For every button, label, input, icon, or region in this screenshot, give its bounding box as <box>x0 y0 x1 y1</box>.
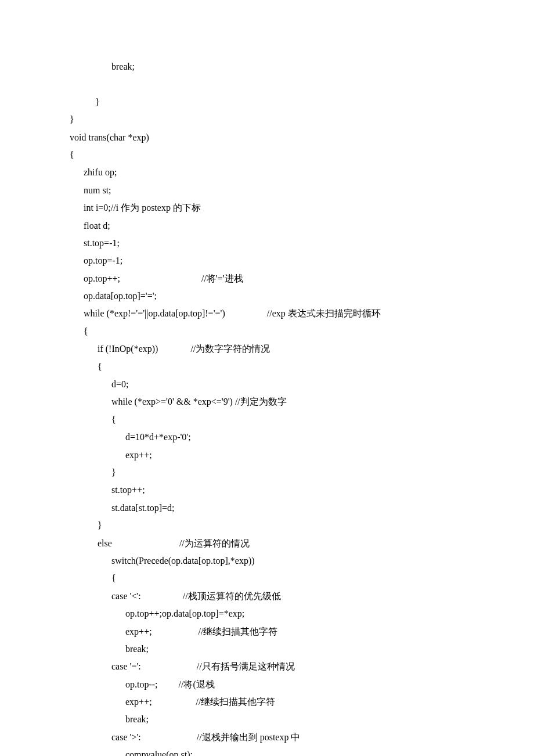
code-line: float d; <box>70 217 470 235</box>
code-line: num st; <box>70 182 470 199</box>
code-line: case '>': //退栈并输出到 postexp 中 <box>70 729 470 746</box>
code-line: op.data[op.top]='='; <box>70 287 470 305</box>
code-line: break; <box>70 640 470 658</box>
code-line: op.top++;op.data[op.top]=*exp; <box>70 605 470 622</box>
code-line: while (*exp>='0' && *exp<='9') //判定为数字 <box>70 393 470 411</box>
code-line: else //为运算符的情况 <box>70 535 470 552</box>
code-line: op.top=-1; <box>70 252 470 269</box>
code-line: exp++; //继续扫描其他字符 <box>70 693 470 711</box>
code-line: } <box>70 111 470 128</box>
code-line: d=0; <box>70 376 470 393</box>
code-line: { <box>70 358 470 376</box>
code-line <box>70 75 470 93</box>
code-line: { <box>70 146 470 164</box>
code-line: d=10*d+*exp-'0'; <box>70 429 470 446</box>
code-line: { <box>70 570 470 587</box>
code-line: st.top++; <box>70 481 470 499</box>
code-line: break; <box>70 711 470 728</box>
code-line: { <box>70 323 470 340</box>
code-line: } <box>70 517 470 534</box>
code-line: int i=0;//i 作为 postexp 的下标 <box>70 199 470 217</box>
code-line: while (*exp!='='||op.data[op.top]!='=') … <box>70 305 470 322</box>
code-line: exp++; <box>70 447 470 464</box>
code-line: compvalue(op,st); <box>70 746 470 756</box>
code-line: { <box>70 411 470 429</box>
code-line: exp++; //继续扫描其他字符 <box>70 623 470 640</box>
code-line: op.top--; //将(退栈 <box>70 676 470 693</box>
code-line: break; <box>70 58 470 75</box>
code-line: st.top=-1; <box>70 235 470 252</box>
code-line: } <box>70 93 470 111</box>
code-line: case '<': //栈顶运算符的优先级低 <box>70 588 470 605</box>
code-line: void trans(char *exp) <box>70 129 470 146</box>
code-line: } <box>70 464 470 481</box>
code-line: st.data[st.top]=d; <box>70 499 470 517</box>
code-line: if (!InOp(*exp)) //为数字字符的情况 <box>70 340 470 358</box>
code-block: break; }}void trans(char *exp){ zhifu op… <box>70 58 470 756</box>
code-line: op.top++; //将'='进栈 <box>70 270 470 287</box>
code-line: case '=': //只有括号满足这种情况 <box>70 658 470 675</box>
code-line: switch(Precede(op.data[op.top],*exp)) <box>70 552 470 570</box>
code-line: zhifu op; <box>70 164 470 181</box>
